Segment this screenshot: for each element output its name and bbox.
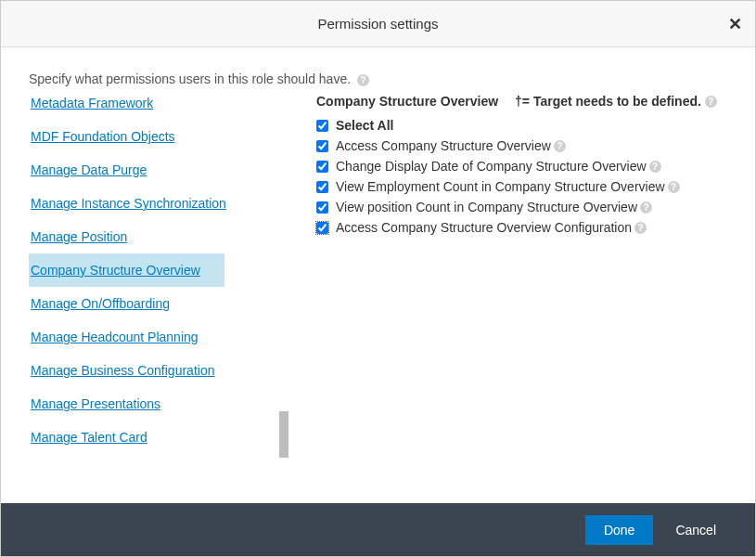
sidebar-link[interactable]: Metadata Framework: [29, 86, 162, 120]
permission-label: Access Company Structure Overview: [336, 138, 551, 153]
help-icon[interactable]: ?: [357, 74, 369, 86]
done-button[interactable]: Done: [585, 515, 653, 545]
columns: Metadata FrameworkMDF Foundation Objects…: [29, 86, 727, 486]
target-note: †= Target needs to be defined.: [515, 94, 701, 109]
help-icon[interactable]: ?: [554, 140, 566, 152]
permission-row: Access Company Structure Overview?: [316, 138, 727, 153]
category-sidebar: Metadata FrameworkMDF Foundation Objects…: [29, 86, 288, 486]
permission-row: View Employment Count in Company Structu…: [316, 179, 727, 194]
sidebar-item: Manage Headcount Planning: [29, 320, 288, 354]
sidebar-item: Metadata Framework: [29, 86, 288, 120]
sidebar-item: Manage On/Offboarding: [29, 287, 288, 320]
permission-row: Change Display Date of Company Structure…: [316, 159, 727, 174]
help-icon[interactable]: ?: [668, 181, 680, 193]
close-icon[interactable]: ✕: [728, 14, 742, 34]
sidebar-item: Manage Instance Synchronization: [29, 187, 288, 220]
dialog-titlebar: Permission settings ✕: [1, 1, 755, 47]
sidebar-link[interactable]: Manage Business Configuration: [29, 354, 224, 387]
select-all-label: Select All: [336, 118, 394, 133]
sidebar-link[interactable]: Manage Talent Card: [29, 421, 157, 454]
sidebar-item: Manage Position: [29, 220, 288, 253]
sidebar-link[interactable]: Company Structure Overview: [29, 253, 224, 287]
permission-checkbox[interactable]: [316, 201, 328, 214]
permission-panel: Company Structure Overview †= Target nee…: [288, 86, 727, 486]
sidebar-item: Manage Business Configuration: [29, 354, 288, 387]
select-all-row: Select All: [316, 118, 727, 133]
sidebar-link[interactable]: Manage Headcount Planning: [29, 320, 208, 354]
permission-checkbox[interactable]: [316, 181, 328, 193]
instruction-text: Specify what permissions users in this r…: [29, 71, 727, 86]
sidebar-link[interactable]: Manage Position: [29, 220, 136, 253]
instruction-label: Specify what permissions users in this r…: [29, 71, 351, 86]
sidebar-item: MDF Foundation Objects: [29, 120, 288, 153]
sidebar-link[interactable]: MDF Foundation Objects: [29, 120, 185, 153]
permission-label: Change Display Date of Company Structure…: [336, 159, 647, 174]
sidebar-link[interactable]: Manage Instance Synchronization: [29, 187, 236, 220]
permission-checkbox[interactable]: [316, 222, 328, 234]
permission-list: Access Company Structure Overview?Change…: [316, 138, 727, 235]
sidebar-link[interactable]: Manage Data Purge: [29, 153, 156, 187]
permission-checkbox[interactable]: [316, 140, 328, 152]
help-icon[interactable]: ?: [640, 201, 652, 214]
help-icon[interactable]: ?: [705, 96, 717, 108]
permission-row: View position Count in Company Structure…: [316, 200, 727, 214]
section-title: Company Structure Overview: [316, 94, 498, 109]
select-all-checkbox[interactable]: [316, 120, 328, 132]
category-list: Metadata FrameworkMDF Foundation Objects…: [29, 86, 288, 454]
permission-checkbox[interactable]: [316, 161, 328, 173]
dialog-content: Specify what permissions users in this r…: [1, 47, 755, 503]
sidebar-item: Manage Talent Card: [29, 421, 288, 454]
permission-row: Access Company Structure Overview Config…: [316, 220, 727, 235]
permission-label: Access Company Structure Overview Config…: [336, 220, 632, 235]
permission-label: View Employment Count in Company Structu…: [336, 179, 665, 194]
sidebar-link[interactable]: Manage On/Offboarding: [29, 287, 179, 320]
permission-header: Company Structure Overview †= Target nee…: [316, 94, 727, 109]
sidebar-item: Manage Data Purge: [29, 153, 288, 187]
help-icon[interactable]: ?: [634, 222, 647, 234]
scrollbar-thumb[interactable]: [279, 411, 288, 458]
permission-label: View position Count in Company Structure…: [336, 200, 637, 214]
sidebar-item: Manage Presentations: [29, 387, 288, 421]
dialog-title: Permission settings: [317, 16, 438, 32]
sidebar-item: Company Structure Overview: [29, 253, 288, 287]
help-icon[interactable]: ?: [649, 161, 661, 173]
cancel-button[interactable]: Cancel: [657, 515, 735, 545]
sidebar-link[interactable]: Manage Presentations: [29, 387, 170, 421]
dialog-footer: Done Cancel: [1, 503, 755, 556]
